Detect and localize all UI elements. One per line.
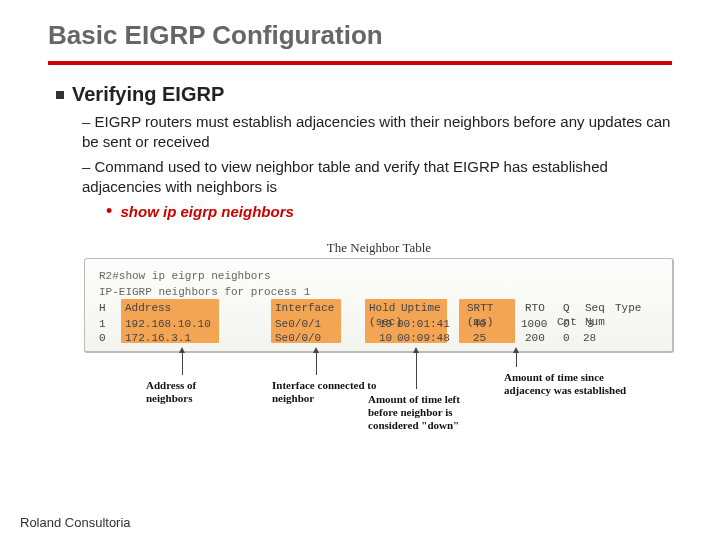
bullet-1: – EIGRP routers must establish adjacenci…: [56, 112, 672, 153]
col-address: Address: [125, 301, 171, 317]
dash-icon: –: [82, 158, 95, 175]
section-heading: Verifying EIGRP: [72, 83, 224, 106]
arrow-icon: [316, 353, 317, 375]
col-uptime: Uptime: [401, 301, 441, 317]
terminal-box: R2#show ip eigrp neighbors IP-EIGRP neig…: [84, 258, 674, 353]
bullet-2: – Command used to view neighbor table an…: [56, 157, 672, 198]
r2-up: 00:09:48: [397, 331, 450, 347]
footer-text: Roland Consultoria: [20, 515, 131, 530]
term-line-1: R2#show ip eigrp neighbors: [99, 269, 658, 285]
arrow-icon: [516, 353, 517, 367]
r2-rto: 200: [525, 331, 545, 347]
content-section: Verifying EIGRP – EIGRP routers must est…: [48, 83, 672, 433]
callout-hold: Amount of time left before neighbor is c…: [368, 393, 488, 433]
section-heading-row: Verifying EIGRP: [56, 83, 672, 106]
dot-icon: •: [106, 201, 112, 221]
r2-srtt: 25: [473, 331, 486, 347]
command-text: show ip eigrp neighbors: [120, 203, 293, 220]
callouts: Address of neighbors Interface connected…: [84, 353, 674, 433]
r2-h: 0: [99, 331, 106, 347]
callout-interface: Interface connected to neighbor: [272, 379, 382, 405]
arrow-icon: [182, 353, 183, 375]
bullet-1-text: EIGRP routers must establish adjacencies…: [82, 113, 670, 150]
figure: The Neighbor Table R2#show ip eigrp neig…: [84, 240, 674, 433]
callout-address: Address of neighbors: [146, 379, 236, 405]
bullet-2-text: Command used to view neighbor table and …: [82, 158, 608, 195]
r2-seq: 28: [583, 331, 596, 347]
bullet-square-icon: [56, 91, 64, 99]
r2-addr: 172.16.3.1: [125, 331, 191, 347]
col-rto: RTO: [525, 301, 545, 317]
page-title: Basic EIGRP Configuration: [48, 20, 672, 51]
bullet-command: • show ip eigrp neighbors: [56, 201, 672, 222]
r2-q: 0: [563, 331, 570, 347]
r2-hold: 10: [379, 331, 392, 347]
figure-title: The Neighbor Table: [84, 240, 674, 256]
col-interface: Interface: [275, 301, 334, 317]
arrow-icon: [416, 353, 417, 389]
title-rule: [48, 61, 672, 65]
col-h: H: [99, 301, 106, 317]
dash-icon: –: [82, 113, 95, 130]
r2-if: Se0/0/0: [275, 331, 321, 347]
callout-uptime: Amount of time since adjacency was estab…: [504, 371, 634, 397]
col-type: Type: [615, 301, 641, 317]
